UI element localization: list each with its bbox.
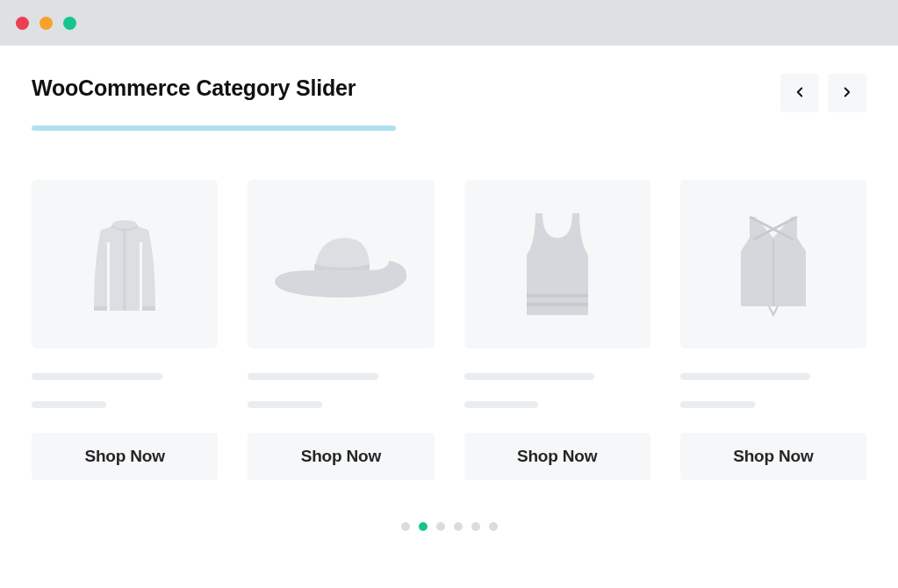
category-image[interactable] xyxy=(464,180,650,348)
pagination-dot[interactable] xyxy=(436,522,445,531)
pagination-dots xyxy=(32,522,866,531)
svg-rect-2 xyxy=(142,306,155,311)
slider-nav xyxy=(780,74,866,112)
category-card: Shop Now xyxy=(32,180,218,480)
svg-rect-0 xyxy=(124,228,126,311)
jacket-icon xyxy=(68,207,182,321)
hat-icon xyxy=(266,212,415,317)
pagination-dot[interactable] xyxy=(471,522,480,531)
category-card: Shop Now xyxy=(248,180,434,480)
card-list: Shop Now Shop Now xyxy=(32,180,866,480)
shop-now-button[interactable]: Shop Now xyxy=(680,433,866,480)
pagination-dot[interactable] xyxy=(489,522,498,531)
title-block: WooCommerce Category Slider xyxy=(32,74,396,131)
chevron-right-icon xyxy=(839,84,855,103)
svg-rect-3 xyxy=(527,294,588,298)
svg-rect-1 xyxy=(94,306,107,311)
title-underline xyxy=(32,125,396,131)
category-image[interactable] xyxy=(680,180,866,348)
category-card: Shop Now xyxy=(464,180,650,480)
skeleton-line xyxy=(464,401,539,408)
shop-now-button[interactable]: Shop Now xyxy=(464,433,650,480)
window-minimize-icon[interactable] xyxy=(40,17,53,30)
chevron-left-icon xyxy=(792,84,808,103)
tanktop-icon xyxy=(509,203,606,326)
pagination-dot[interactable] xyxy=(419,522,427,531)
shop-now-button[interactable]: Shop Now xyxy=(248,433,434,480)
app-window: WooCommerce Category Slider xyxy=(0,0,898,588)
content-area: WooCommerce Category Slider xyxy=(0,46,898,549)
header-row: WooCommerce Category Slider xyxy=(32,74,866,131)
svg-rect-4 xyxy=(527,303,588,306)
page-title: WooCommerce Category Slider xyxy=(32,75,396,101)
skeleton-line xyxy=(248,373,378,380)
skeleton-line xyxy=(680,373,811,380)
shop-now-button[interactable]: Shop Now xyxy=(32,433,218,480)
pagination-dot[interactable] xyxy=(454,522,463,531)
skeleton-line xyxy=(32,401,106,408)
window-close-icon[interactable] xyxy=(16,17,29,30)
next-button[interactable] xyxy=(828,74,866,112)
window-maximize-icon[interactable] xyxy=(63,17,76,30)
skeleton-line xyxy=(680,401,755,408)
skeleton-line xyxy=(464,373,595,380)
skeleton-line xyxy=(248,401,322,408)
category-card: Shop Now xyxy=(680,180,866,480)
croptop-icon xyxy=(725,203,822,326)
category-image[interactable] xyxy=(32,180,218,348)
pagination-dot[interactable] xyxy=(401,522,410,531)
skeleton-line xyxy=(32,373,162,380)
titlebar xyxy=(0,0,898,46)
category-image[interactable] xyxy=(248,180,434,348)
prev-button[interactable] xyxy=(780,74,819,112)
